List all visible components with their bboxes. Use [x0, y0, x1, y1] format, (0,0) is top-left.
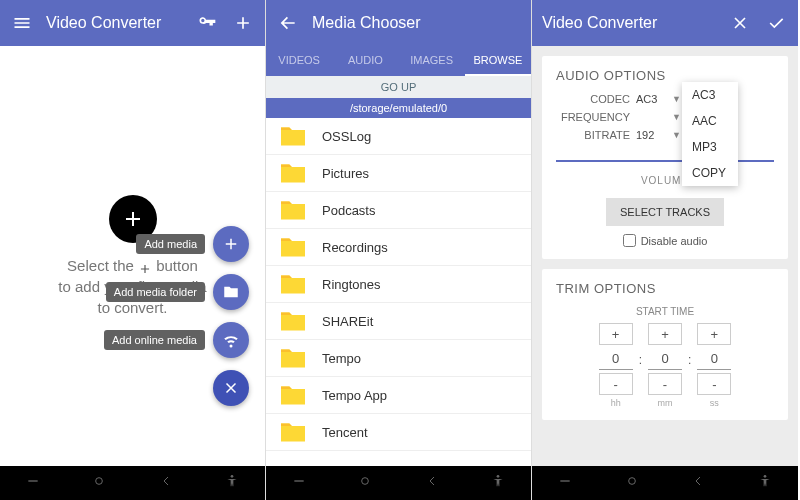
svg-point-4: [362, 478, 369, 485]
go-up-button[interactable]: GO UP: [266, 76, 531, 98]
volume-slider[interactable]: [556, 151, 774, 171]
nav-back-icon[interactable]: [424, 473, 440, 493]
bitrate-row[interactable]: BITRATE 192 ▼ kB: [556, 129, 774, 141]
svg-rect-0: [28, 480, 37, 481]
hh-value[interactable]: 0: [599, 348, 633, 370]
folder-name: Tencent: [322, 425, 368, 440]
folder-icon: [278, 309, 308, 333]
codec-option[interactable]: AC3: [682, 82, 738, 108]
folder-icon: [278, 124, 308, 148]
folder-name: Ringtones: [322, 277, 381, 292]
nav-bar: [266, 466, 531, 500]
chevron-down-icon: ▼: [672, 130, 681, 140]
fab-add-folder[interactable]: [213, 274, 249, 310]
folder-row[interactable]: Recordings: [266, 229, 531, 266]
current-path: /storage/emulated/0: [266, 98, 531, 118]
folder-row[interactable]: SHAREit: [266, 303, 531, 340]
volume-label: VOLUME: [556, 175, 774, 186]
time-picker: + 0 - hh : + 0 - mm : + 0: [556, 323, 774, 408]
folder-icon: [278, 420, 308, 444]
svg-point-5: [497, 475, 500, 478]
mm-minus-button[interactable]: -: [648, 373, 682, 395]
ss-minus-button[interactable]: -: [697, 373, 731, 395]
back-arrow-icon[interactable]: [276, 11, 300, 35]
menu-icon[interactable]: [10, 11, 34, 35]
fab-close[interactable]: [213, 370, 249, 406]
hh-minus-button[interactable]: -: [599, 373, 633, 395]
nav-accessibility-icon[interactable]: [224, 473, 240, 493]
frequency-row[interactable]: FREQUENCY ▼ Hz: [556, 111, 774, 123]
nav-back-icon[interactable]: [690, 473, 706, 493]
codec-dropdown: AC3AACMP3COPY: [682, 82, 738, 186]
page-title: Media Chooser: [312, 14, 421, 32]
close-icon[interactable]: [728, 11, 752, 35]
hh-plus-button[interactable]: +: [599, 323, 633, 345]
nav-bar: [0, 466, 265, 500]
empty-state-body: Select the button to add your first medi…: [0, 46, 265, 466]
nav-accessibility-icon[interactable]: [490, 473, 506, 493]
ss-plus-button[interactable]: +: [697, 323, 731, 345]
folder-name: Tempo: [322, 351, 361, 366]
codec-option[interactable]: AAC: [682, 108, 738, 134]
mm-value[interactable]: 0: [648, 348, 682, 370]
nav-home-icon[interactable]: [624, 473, 640, 493]
mm-plus-button[interactable]: +: [648, 323, 682, 345]
fab-label-add-folder: Add media folder: [106, 282, 205, 302]
folder-row[interactable]: Tempo: [266, 340, 531, 377]
appbar: Media Chooser: [266, 0, 531, 46]
folder-row[interactable]: OSSLog: [266, 118, 531, 155]
folder-icon: [278, 198, 308, 222]
nav-home-icon[interactable]: [91, 473, 107, 493]
nav-home-icon[interactable]: [357, 473, 373, 493]
folder-icon: [278, 272, 308, 296]
folder-name: Pictures: [322, 166, 369, 181]
fab-add-online[interactable]: [213, 322, 249, 358]
nav-recent-icon[interactable]: [291, 473, 307, 493]
fab-stack: Add media Add media folder Add online me…: [104, 226, 249, 406]
trim-options-card: TRIM OPTIONS START TIME + 0 - hh : + 0 -…: [542, 269, 788, 420]
svg-point-8: [763, 475, 766, 478]
folder-row[interactable]: Ringtones: [266, 266, 531, 303]
page-title: Video Converter: [542, 14, 657, 32]
nav-recent-icon[interactable]: [25, 473, 41, 493]
chevron-down-icon: ▼: [672, 94, 681, 104]
key-icon[interactable]: [195, 11, 219, 35]
folder-row[interactable]: Tencent: [266, 414, 531, 451]
nav-accessibility-icon[interactable]: [757, 473, 773, 493]
svg-point-2: [231, 475, 234, 478]
nav-bar: [532, 466, 798, 500]
codec-option[interactable]: COPY: [682, 160, 738, 186]
plus-icon[interactable]: [231, 11, 255, 35]
folder-name: SHAREit: [322, 314, 373, 329]
tabs: VIDEOS AUDIO IMAGES BROWSE: [266, 46, 531, 76]
nav-back-icon[interactable]: [158, 473, 174, 493]
app-title: Video Converter: [46, 14, 161, 32]
audio-options-card: AUDIO OPTIONS CODEC AC3 ▼ FREQUENCY ▼ Hz…: [542, 56, 788, 259]
tab-browse[interactable]: BROWSE: [465, 46, 531, 76]
folder-row[interactable]: Pictures: [266, 155, 531, 192]
screen-empty-state: Video Converter Select the button to add…: [0, 0, 266, 500]
nav-recent-icon[interactable]: [557, 473, 573, 493]
codec-row[interactable]: CODEC AC3 ▼: [556, 93, 774, 105]
tab-videos[interactable]: VIDEOS: [266, 46, 332, 76]
folder-icon: [278, 235, 308, 259]
folder-name: OSSLog: [322, 129, 371, 144]
tab-audio[interactable]: AUDIO: [332, 46, 398, 76]
disable-audio-checkbox[interactable]: Disable audio: [556, 234, 774, 247]
folder-icon: [278, 346, 308, 370]
svg-point-1: [96, 478, 103, 485]
ss-value[interactable]: 0: [697, 348, 731, 370]
folder-row[interactable]: Tempo App: [266, 377, 531, 414]
folder-list: OSSLogPicturesPodcastsRecordingsRingtone…: [266, 118, 531, 466]
codec-option[interactable]: MP3: [682, 134, 738, 160]
svg-rect-6: [561, 480, 570, 481]
tab-images[interactable]: IMAGES: [399, 46, 465, 76]
appbar: Video Converter: [532, 0, 798, 46]
select-tracks-button[interactable]: SELECT TRACKS: [606, 198, 724, 226]
check-icon[interactable]: [764, 11, 788, 35]
folder-name: Tempo App: [322, 388, 387, 403]
fab-add-media[interactable]: [213, 226, 249, 262]
folder-row[interactable]: Podcasts: [266, 192, 531, 229]
card-title: AUDIO OPTIONS: [556, 68, 774, 83]
fab-label-add-media: Add media: [136, 234, 205, 254]
